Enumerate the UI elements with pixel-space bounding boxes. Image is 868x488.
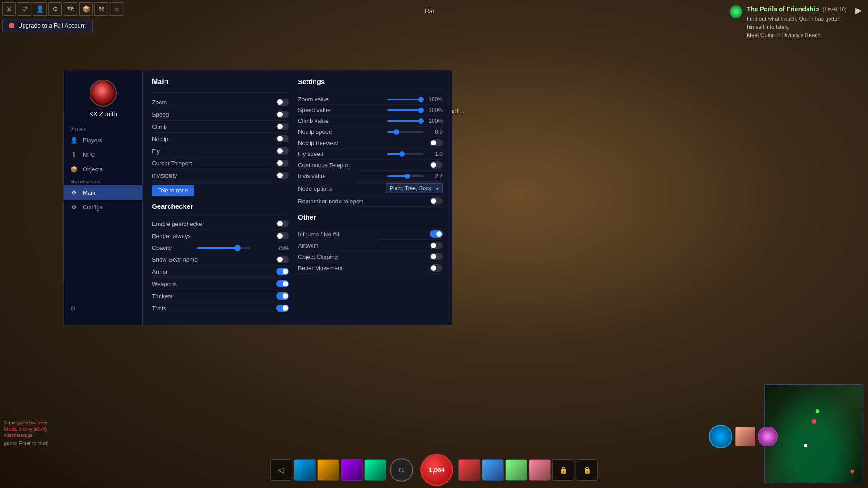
objects-icon: 📦 — [70, 165, 78, 173]
climb-value-thumb[interactable] — [418, 118, 424, 124]
enable-gearchecker-toggle[interactable] — [276, 220, 289, 227]
zoom-value-thumb[interactable] — [418, 97, 424, 102]
visuals-section-label: Visuals — [64, 124, 142, 133]
opacity-slider-thumb[interactable] — [234, 245, 241, 251]
sidebar-objects-label: Objects — [83, 166, 103, 173]
sidebar-item-players[interactable]: 👤 Players — [64, 133, 142, 147]
node-options-value: Plant, Tree, Rock — [390, 185, 431, 192]
skill-icon-8[interactable] — [529, 459, 551, 481]
speed-value-thumb[interactable] — [418, 108, 424, 113]
fly-speed-slider[interactable] — [387, 153, 424, 155]
trinkets-toggle[interactable] — [276, 292, 289, 300]
settings-node-options: Node options Plant, Tree, Rock ▼ — [298, 182, 443, 196]
menu-icon-7[interactable]: ⚒ — [94, 2, 108, 16]
upgrade-text: Upgrade to a Full Account — [18, 22, 86, 29]
invis-value-display: 2.7 — [426, 173, 443, 179]
noclip-speed-thumb[interactable] — [394, 129, 399, 135]
sidebar-item-npc[interactable]: 🚶 NPC — [64, 147, 142, 162]
minimap-npc-dot-2 — [804, 444, 807, 447]
render-always-toggle[interactable] — [276, 232, 289, 239]
invisibility-label: Invisibility — [152, 172, 177, 179]
climb-toggle[interactable] — [276, 123, 289, 130]
settings-invis-value: Invis value 2.7 — [298, 171, 443, 182]
bottom-hud: ◁ F1 1,084 🔒 🔒 — [0, 452, 868, 488]
quest-arrow-icon[interactable]: ▶ — [855, 5, 862, 17]
speed-value-slider[interactable] — [387, 109, 424, 111]
menu-icon-1[interactable]: ⚔ — [2, 2, 16, 16]
skill-icon-7[interactable] — [505, 459, 527, 481]
climb-value-label: Climb value — [298, 117, 385, 124]
sidebar-item-configs[interactable]: ⚙ Configs — [64, 200, 142, 214]
toggle-weapons: Weapons — [152, 278, 289, 290]
noclip-freeview-label: Noclip freeview — [298, 140, 430, 146]
quest-description: Find out what trouble Quinn has gotten h… — [747, 15, 851, 31]
upgrade-dot — [9, 23, 14, 28]
node-options-dropdown[interactable]: Plant, Tree, Rock ▼ — [386, 183, 443, 193]
remember-node-teleport-toggle[interactable] — [430, 197, 443, 205]
opacity-slider-track[interactable] — [197, 247, 251, 249]
inf-jump-toggle[interactable] — [430, 230, 443, 238]
toggle-enable-gearchecker: Enable gearchecker — [152, 218, 289, 230]
zoom-value-slider[interactable] — [387, 99, 424, 100]
skill-icon-1[interactable] — [294, 459, 316, 481]
toggle-render-always: Render always — [152, 230, 289, 242]
toggle-traits: Traits — [152, 302, 289, 314]
special-skill-3[interactable] — [758, 427, 778, 446]
special-skill-1[interactable] — [709, 425, 732, 448]
traits-label: Traits — [152, 305, 166, 312]
armor-toggle[interactable] — [276, 268, 289, 275]
menu-icon-6[interactable]: 📦 — [79, 2, 93, 16]
zoom-value-label: Zoom value — [298, 96, 385, 103]
skill-icon-6[interactable] — [482, 459, 504, 481]
settings-airswim: Airswim — [298, 240, 443, 251]
skill-icon-3[interactable] — [341, 459, 363, 481]
menu-icon-5[interactable]: 🗺 — [64, 2, 77, 16]
menu-icon-4[interactable]: ⚙ — [48, 2, 62, 16]
better-movement-toggle[interactable] — [430, 264, 443, 272]
noclip-freeview-toggle[interactable] — [430, 139, 443, 146]
invis-value-thumb[interactable] — [405, 174, 410, 179]
airswim-toggle[interactable] — [430, 242, 443, 249]
skill-icon-5[interactable] — [458, 459, 480, 481]
toggle-show-gear-name: Show Gear name — [152, 253, 289, 266]
settings-noclip-freeview: Noclip freeview — [298, 137, 443, 149]
tele-to-node-button[interactable]: Tele to node — [152, 185, 194, 196]
gear-icon[interactable]: ⚙ — [70, 305, 81, 316]
special-skill-2[interactable] — [735, 427, 755, 446]
menu-icon-3[interactable]: 👤 — [33, 2, 47, 16]
main-section-title: Main — [152, 78, 289, 86]
climb-value-display: 100% — [426, 118, 443, 124]
object-clipping-toggle[interactable] — [430, 253, 443, 260]
hud-icon-lock-2[interactable]: 🔒 — [576, 459, 598, 481]
show-gear-name-toggle[interactable] — [276, 256, 289, 263]
settings-better-movement: Better Movement — [298, 263, 443, 274]
skill-icon-center[interactable]: F1 — [390, 458, 413, 482]
skull-icon[interactable]: ☠ — [110, 2, 123, 16]
menu-icon-2[interactable]: 🛡 — [18, 2, 31, 16]
quest-objective: Meet Quinn in Divinity's Reach. — [747, 31, 851, 39]
weapons-toggle[interactable] — [276, 280, 289, 287]
traits-toggle[interactable] — [276, 305, 289, 312]
airswim-label: Airswim — [298, 242, 430, 249]
toggle-noclip: Noclip — [152, 133, 289, 145]
skill-icon-4[interactable] — [364, 459, 386, 481]
zoom-toggle[interactable] — [276, 99, 289, 106]
climb-value-slider[interactable] — [387, 120, 424, 122]
noclip-toggle[interactable] — [276, 135, 289, 142]
hud-icon-lock-1[interactable]: 🔒 — [552, 459, 574, 481]
speed-toggle[interactable] — [276, 111, 289, 118]
toggle-fly: Fly — [152, 145, 289, 157]
extra-skill-icons — [709, 425, 778, 448]
minimap-content — [765, 385, 863, 483]
skill-icon-2[interactable] — [317, 459, 339, 481]
continuous-teleport-toggle[interactable] — [430, 161, 443, 169]
sidebar-item-main[interactable]: ⚙ Main — [64, 185, 142, 200]
fly-toggle[interactable] — [276, 147, 289, 155]
invisibility-toggle[interactable] — [276, 172, 289, 179]
invis-value-slider[interactable] — [387, 175, 424, 177]
sidebar-item-objects[interactable]: 📦 Objects — [64, 162, 142, 176]
fly-speed-thumb[interactable] — [399, 151, 405, 157]
cursor-teleport-toggle[interactable] — [276, 160, 289, 167]
noclip-speed-slider[interactable] — [387, 131, 424, 133]
hud-icon-prev[interactable]: ◁ — [270, 459, 292, 481]
